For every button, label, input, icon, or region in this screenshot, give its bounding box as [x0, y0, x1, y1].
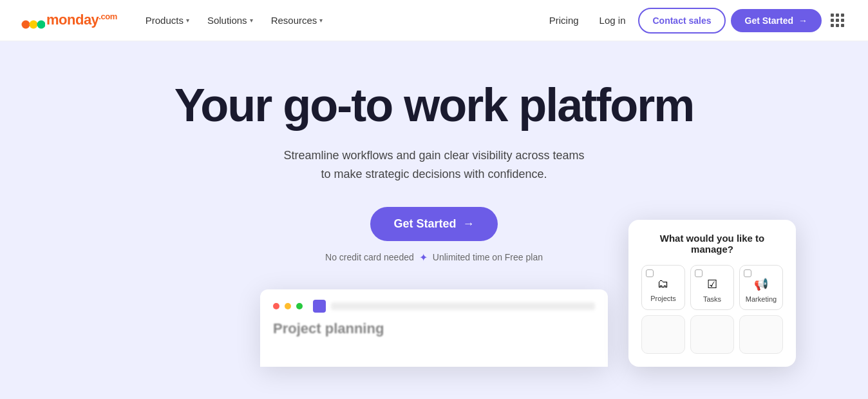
hero-section: Your go-to work platform Streamline work… [0, 41, 868, 399]
nav-resources[interactable]: Resources ▾ [263, 10, 331, 31]
tasks-checkbox[interactable] [695, 269, 703, 277]
app-title-blur [331, 302, 595, 310]
svg-point-2 [37, 20, 46, 28]
marketing-label: Marketing [746, 295, 777, 303]
nav-right: Pricing Log in Contact sales Get Started… [542, 8, 847, 34]
manage-option-marketing[interactable]: 📢 Marketing [739, 265, 783, 310]
app-heading: Project planning [273, 320, 595, 337]
manage-option-empty-1 [641, 315, 685, 354]
hero-subtitle: Streamline workflows and gain clear visi… [283, 146, 584, 184]
contact-sales-button[interactable]: Contact sales [638, 8, 725, 34]
manage-option-empty-3 [739, 315, 783, 354]
navbar: monday.com Products ▾ Solutions ▾ Resour… [0, 0, 868, 41]
resources-chevron-icon: ▾ [319, 17, 323, 24]
manage-option-projects[interactable]: 🗂 Projects [641, 265, 685, 310]
manage-card-title: What would you like to manage? [641, 233, 783, 255]
app-grid-button[interactable] [827, 10, 847, 31]
logo-text: monday.com [46, 12, 117, 28]
manage-option-tasks[interactable]: ☑ Tasks [690, 265, 734, 310]
logo-icon [21, 12, 45, 30]
get-started-nav-button[interactable]: Get Started → [731, 9, 822, 32]
projects-icon: 🗂 [657, 277, 669, 291]
app-topbar [273, 300, 595, 313]
app-preview-card: Project planning [260, 289, 608, 367]
manage-card: What would you like to manage? 🗂 Project… [628, 220, 796, 367]
marketing-checkbox[interactable] [744, 269, 751, 277]
products-chevron-icon: ▾ [186, 17, 189, 24]
manage-options-row2 [641, 315, 783, 354]
tasks-label: Tasks [703, 295, 721, 303]
window-dot-green [296, 303, 303, 309]
get-started-hero-button[interactable]: Get Started → [370, 207, 497, 241]
manage-option-empty-2 [690, 315, 734, 354]
nav-solutions[interactable]: Solutions ▾ [200, 10, 261, 31]
solutions-chevron-icon: ▾ [250, 17, 253, 24]
svg-point-0 [22, 20, 30, 28]
logo-link[interactable]: monday.com [21, 12, 117, 30]
nav-products[interactable]: Products ▾ [138, 10, 197, 31]
separator-dot: ✦ [419, 251, 428, 264]
window-dot-yellow [285, 303, 291, 309]
manage-options-row1: 🗂 Projects ☑ Tasks 📢 Marketing [641, 265, 783, 310]
tasks-icon: ☑ [707, 277, 717, 291]
window-dot-red [273, 303, 279, 309]
svg-point-1 [30, 20, 38, 28]
grid-dots-icon [831, 14, 844, 27]
nav-login-link[interactable]: Log in [592, 10, 634, 31]
nav-links: Products ▾ Solutions ▾ Resources ▾ [138, 10, 542, 31]
hero-title: Your go-to work platform [175, 80, 694, 131]
hero-bottom-content: Project planning What would you like to … [21, 289, 847, 367]
hero-fine-print: No credit card needed ✦ Unlimited time o… [325, 251, 543, 264]
marketing-icon: 📢 [754, 277, 768, 291]
nav-pricing-link[interactable]: Pricing [542, 10, 587, 31]
projects-checkbox[interactable] [646, 269, 654, 277]
app-brand-icon [313, 300, 326, 313]
projects-label: Projects [650, 295, 676, 302]
